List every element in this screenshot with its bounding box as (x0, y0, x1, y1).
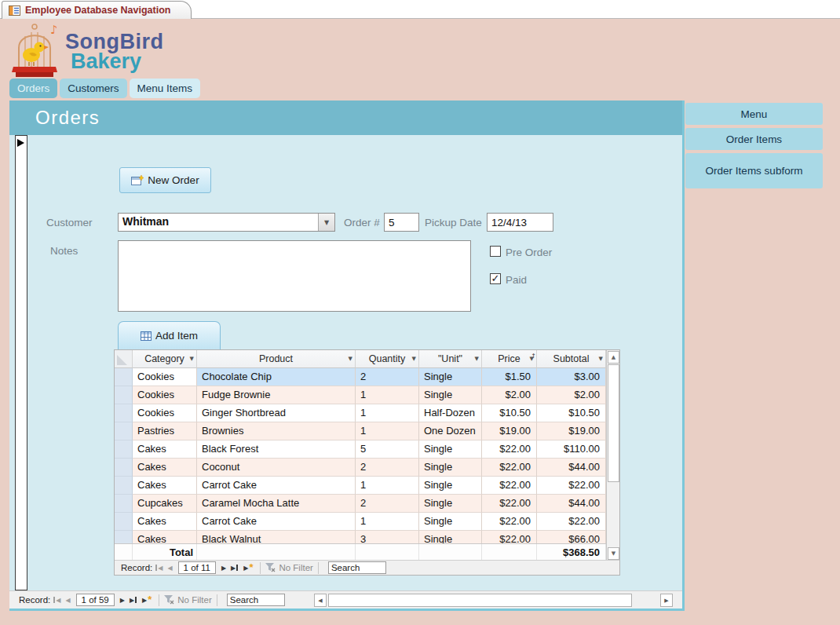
first-record-button[interactable]: ◀ (155, 565, 163, 572)
column-header-unit[interactable]: "Unit"▼ (419, 350, 482, 368)
table-row[interactable]: Cookies Fudge Brownie 1 Single $2.00 $2.… (115, 386, 619, 404)
cell-price[interactable]: $22.00 (482, 477, 537, 495)
row-selector[interactable] (115, 404, 133, 422)
cell-category[interactable]: Cupcakes (133, 495, 197, 513)
cell-subtotal[interactable]: $44.00 (537, 495, 606, 513)
table-row[interactable]: Cakes Carrot Cake 1 Single $22.00 $22.00 (115, 477, 619, 495)
cell-unit[interactable]: Single (419, 440, 482, 459)
cell-category[interactable]: Pastries (133, 422, 197, 440)
cell-quantity[interactable]: 5 (356, 440, 419, 459)
previous-record-button[interactable]: ◀ (167, 565, 172, 572)
new-record-button[interactable]: ▶* (243, 565, 253, 572)
cell-category[interactable]: Cakes (133, 513, 197, 531)
cell-unit[interactable]: Single (419, 386, 482, 404)
table-row[interactable]: Cakes Carrot Cake 1 Single $22.00 $22.00 (115, 513, 619, 531)
row-selector[interactable] (115, 531, 133, 543)
column-header-category[interactable]: Category▼ (133, 350, 197, 368)
cell-product[interactable]: Caramel Mocha Latte (197, 495, 356, 513)
cell-unit[interactable]: Single (419, 531, 482, 543)
cell-category[interactable]: Cakes (133, 459, 197, 477)
row-selector[interactable] (115, 422, 133, 440)
cell-quantity[interactable]: 1 (356, 422, 419, 440)
row-selector[interactable] (115, 386, 133, 404)
add-item-button[interactable]: Add Item (118, 321, 221, 349)
dropdown-icon[interactable]: ▼ (475, 356, 479, 362)
column-header-subtotal[interactable]: Subtotal▼ (537, 350, 606, 368)
cell-unit[interactable]: Single (419, 477, 482, 495)
dropdown-icon[interactable]: ▼ (412, 356, 416, 362)
table-row[interactable]: Cakes Black Walnut 3 Single $22.00 $66.0… (115, 531, 619, 543)
cell-product[interactable]: Ginger Shortbread (197, 404, 356, 422)
pickup-date-field[interactable] (487, 213, 553, 232)
cell-product[interactable]: Black Walnut (197, 531, 356, 543)
record-position[interactable]: 1 of 11 (178, 561, 216, 574)
tab-orders[interactable]: Orders (9, 79, 57, 98)
column-header-price[interactable]: Price▼↑ (482, 350, 537, 368)
cell-price[interactable]: $22.00 (482, 459, 537, 477)
combo-dropdown-icon[interactable]: ▼ (318, 214, 334, 231)
cell-quantity[interactable]: 2 (356, 368, 419, 386)
row-selector[interactable] (115, 459, 133, 477)
cell-price[interactable]: $22.00 (482, 440, 537, 459)
cell-quantity[interactable]: 2 (356, 459, 419, 477)
customer-combobox[interactable]: Whitman ▼ (118, 213, 335, 232)
side-button-order-items[interactable]: Order Items (685, 128, 823, 150)
cell-category[interactable]: Cakes (133, 440, 197, 459)
cell-subtotal[interactable]: $2.00 (537, 386, 606, 404)
tab-menu-items[interactable]: Menu Items (130, 79, 201, 98)
cell-subtotal[interactable]: $22.00 (537, 513, 606, 531)
search-input[interactable] (328, 561, 386, 574)
tab-customers[interactable]: Customers (60, 79, 126, 98)
notes-field[interactable] (118, 240, 471, 312)
cell-subtotal[interactable]: $10.50 (537, 404, 606, 422)
cell-price[interactable]: $22.00 (482, 531, 537, 543)
no-filter-button[interactable]: No Filter (265, 563, 312, 572)
select-all-corner[interactable] (115, 350, 133, 368)
cell-price[interactable]: $2.00 (482, 386, 537, 404)
scroll-up-icon[interactable]: ▲ (608, 351, 619, 364)
cell-category[interactable]: Cakes (133, 477, 197, 495)
document-tab[interactable]: Employee Database Navigation (2, 1, 192, 19)
cell-price[interactable]: $1.50 (482, 368, 537, 386)
cell-subtotal[interactable]: $3.00 (537, 368, 606, 386)
side-button-menu[interactable]: Menu (685, 103, 823, 125)
scroll-down-icon[interactable]: ▼ (608, 547, 619, 560)
cell-product[interactable]: Carrot Cake (197, 477, 356, 495)
cell-subtotal[interactable]: $19.00 (537, 422, 606, 440)
cell-price[interactable]: $22.00 (482, 513, 537, 531)
dropdown-icon[interactable]: ▼ (349, 356, 352, 362)
row-selector[interactable] (115, 368, 133, 386)
cell-product[interactable]: Black Forest (197, 440, 356, 459)
last-record-button[interactable]: ▶ (231, 565, 239, 572)
cell-unit[interactable]: Single (419, 495, 482, 513)
table-row[interactable]: Cupcakes Caramel Mocha Latte 2 Single $2… (115, 495, 619, 513)
cell-category[interactable]: Cakes (133, 531, 197, 543)
scroll-right-icon[interactable]: ▶ (660, 594, 673, 607)
cell-quantity[interactable]: 1 (356, 477, 419, 495)
cell-quantity[interactable]: 1 (356, 404, 419, 422)
paid-checkbox[interactable]: ✓ (490, 273, 501, 284)
search-input[interactable] (227, 594, 285, 606)
cell-product[interactable]: Fudge Brownie (197, 386, 356, 404)
horizontal-scrollbar[interactable]: ◀ ▶ (314, 594, 673, 607)
row-selector[interactable] (115, 477, 133, 495)
cell-price[interactable]: $22.00 (482, 495, 537, 513)
next-record-button[interactable]: ▶ (221, 565, 226, 572)
cell-price[interactable]: $10.50 (482, 404, 537, 422)
column-header-quantity[interactable]: Quantity▼ (356, 350, 419, 368)
cell-subtotal[interactable]: $110.00 (537, 440, 606, 459)
table-row[interactable]: Pastries Brownies 1 One Dozen $19.00 $19… (115, 422, 619, 440)
next-record-button[interactable]: ▶ (120, 597, 125, 604)
dropdown-icon[interactable]: ▼ (599, 356, 603, 362)
table-row[interactable]: Cakes Black Forest 5 Single $22.00 $110.… (115, 440, 619, 459)
cell-unit[interactable]: Single (419, 513, 482, 531)
column-header-product[interactable]: Product▼ (197, 350, 356, 368)
pre-order-checkbox[interactable]: ✓ (490, 246, 501, 257)
cell-product[interactable]: Chocolate Chip (197, 368, 356, 386)
first-record-button[interactable]: ◀ (53, 597, 60, 604)
row-selector[interactable] (115, 495, 133, 513)
cell-subtotal[interactable]: $66.00 (537, 531, 606, 543)
scrollbar-thumb[interactable] (608, 364, 619, 482)
row-selector[interactable] (115, 440, 133, 459)
table-row[interactable]: Cookies Ginger Shortbread 1 Half-Dozen $… (115, 404, 619, 422)
